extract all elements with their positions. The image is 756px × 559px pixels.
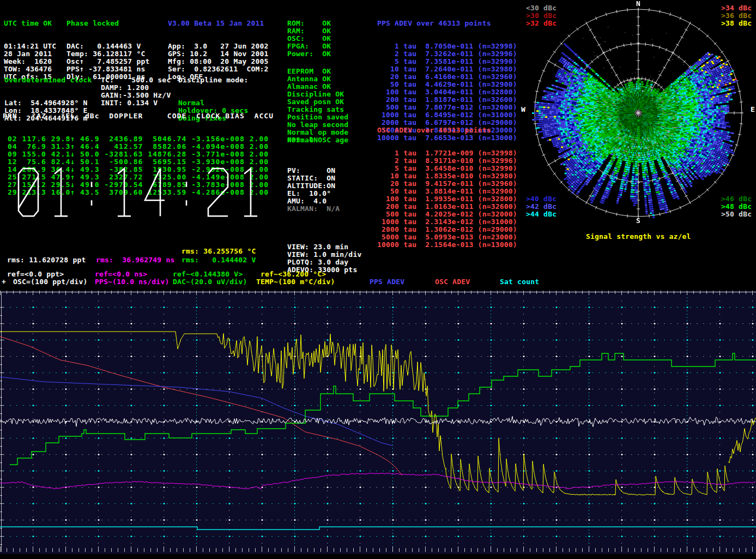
text-line: 10 tau 7.2640e-011 (n=32980) [377,65,517,73]
text-line: Saved posn OK [287,98,348,106]
osc-adev-table: OSC ADEV over 46313 points 1 tau 1.7721e… [377,111,517,256]
text-line: 50 tau 4.4629e-011 (n=32900) [377,81,517,88]
scale-pps: PPS~(10.0 ns/div) [95,278,169,286]
text-line: FPGA: OK [287,43,331,50]
text-line: 01:14:21 UTC [4,43,56,50]
text-line: 5 tau 7.3581e-011 (n=32990) [377,58,517,65]
text-line: Temp: 36.128117 °C [66,50,150,58]
filter-lines: PV: ONSTATIC: ONALTITUDE:ON [287,167,340,190]
text-line: 2 tau 8.9171e-010 (n=32996) [377,157,517,165]
compass-n-label: N [636,0,640,8]
receiver-mode-label: Overdetermined clock [4,76,92,84]
text-line: 2000 tau 1.3062e-012 (n=29000) [377,226,517,233]
text-line: Almanac OK [287,83,348,91]
text-line: 02 117.6 29.8↑ 46.9 2436.89 5046.74 -3.1… [3,135,274,143]
text-line: 1 tau 8.7050e-011 (n=32998) [377,43,517,50]
ref-pps: ref=<0.0 ns> [95,271,147,278]
text-line: OSC: OK [287,35,331,43]
text-line: 1 tau 1.7721e-009 (n=32998) [377,149,517,157]
text-line: 100 tau 1.9935e-011 (n=32800) [377,195,517,203]
view-lines: VIEW: 23.0 minVIEW: 1.0 min/divPLOTQ: 3.… [287,243,361,274]
text-line: 04 76.9 31.3↑ 46.4 412.57 8582.06 -4.094… [3,143,274,151]
text-line: 1000 tau 2.3143e-012 (n=31000) [377,218,517,226]
legend-sat-count: Sat count [500,278,539,286]
text-line: DAC: 0.144463 V [66,43,150,50]
time-status-label: UTC time OK [4,20,56,27]
text-line: STATIC: ON [287,175,340,182]
el-mask: EL: 10.0° [287,190,331,197]
text-line: 28 Jan 2011 [4,50,56,58]
text-line: Antenna OK [287,75,348,83]
ref-temp: ref~<36.200 °C> [261,271,326,278]
text-line: Normal op mode [287,129,348,136]
text-line: 09 155.0 42.1↓ 50.0 -3281.63 14876.28 -3… [3,151,274,158]
scale-dac: DAC~(20.0 uV/div) [173,278,247,286]
discipline-mode-label: Discipline mode: [178,76,248,84]
text-line: PLOTQ: 3.0 day [287,259,361,266]
rms-pps: rms: 36.962749 ns [96,256,174,264]
text-line: ALTITUDE:ON [287,182,340,190]
polar-caption: Signal strength vs az/el [586,233,691,241]
panel-filters: PV: ONSTATIC: ONALTITUDE:ON KALMAN: N/A [287,152,340,220]
text-line: ROM: OK [287,20,331,27]
text-line: 200 tau 1.0163e-011 (n=32600) [377,203,517,211]
pps-adev-title: PPS ADEV over 46313 points [377,20,517,27]
text-line: 20 tau 6.4160e-011 (n=32960) [377,73,517,81]
text-line: GPS: 10.2 14 Nov 2001 [168,50,269,58]
text-line: DAMP: 1.200 [101,84,171,92]
text-line: 20 tau 9.4157e-011 (n=32960) [377,180,517,188]
amu-mask: AMU: 4.0 [287,197,326,205]
text-line: 2 tau 7.3262e-011 (n=32996) [377,50,517,58]
text-line: 5 tau 3.6458e-010 (n=32990) [377,165,517,172]
trace-zero-marker: + [2,278,6,286]
polar-signal-map [529,3,748,223]
text-line: No leap second [287,121,348,129]
text-line: 10 tau 1.8335e-010 (n=32980) [377,172,517,180]
rms-osc: rms: 11.620728 ppt [7,256,86,264]
text-line: 5000 tau 5.0993e-013 (n=23000) [377,233,517,241]
pps-state: PPS: ON [287,136,318,144]
text-line: 50 tau 3.8814e-011 (n=32900) [377,188,517,195]
compass-e-label: E [751,106,755,113]
text-line: Position saved [287,113,348,121]
scale-osc: OSC=(100 ppt/div) [13,278,87,286]
scale-temp: TEMP~(100 m°C/div) [256,278,335,286]
legend-pps-adev: PPS ADEV [370,278,404,286]
text-line: 10000 tau 2.1564e-013 (n=13000) [377,241,517,249]
text-line: 100 tau 3.0404e-011 (n=32800) [377,88,517,96]
text-line: 12 75.6 82.4↓ 50.1 -500.86 5695.15 -3.93… [3,158,274,166]
big-digital-clock [17,167,279,218]
rms-dac: rms: 0.144402 V [182,256,256,264]
strip-chart-plot[interactable] [0,291,756,559]
text-line: VIEW: 23.0 min [287,243,361,251]
osc-adev-rows: 1 tau 1.7721e-009 (n=32998) 2 tau 8.9171… [377,149,517,249]
phase-status-label: Phase locked [66,20,150,27]
kalman-line: KALMAN: N/A [287,205,340,213]
ref-dac: ref~<0.144380 V> [173,271,243,278]
legend-osc-adev: OSC ADEV [435,278,470,286]
sat-table-header: PRN °AZ °EL dBc DOPPLER CODE CLOCK BIAS … [3,112,274,120]
rms-temp: rms: 36.255756 °C [182,248,256,255]
text-line: Discipline OK [287,91,348,98]
text-line: Tracking sats [287,106,348,113]
osc-adev-title: OSC ADEV over 46313 points [377,127,517,134]
version-title: V3.00 Beta 15 Jan 2011 [168,20,269,27]
text-line: 200 tau 1.8187e-011 (n=32600) [377,96,517,104]
text-line: TC: 500.0 sec [101,76,171,84]
compass-w-label: W [521,106,525,113]
text-line: 500 tau 4.2025e-012 (n=32000) [377,211,517,218]
text-line: PV: ON [287,167,340,175]
ref-osc: ref=<0.0 ppt> [7,271,64,278]
gps-status-lines: EEPROM OKAntenna OKAlmanac OKDiscipline … [287,68,348,144]
text-line: EEPROM OK [287,68,348,75]
text-line: App: 3.0 27 Jun 2002 [168,43,269,50]
text-line: 500 tau 7.8077e-012 (n=32000) [377,104,517,111]
text-line: VIEW: 1.0 min/div [287,251,361,259]
text-line: RAM: OK [287,27,331,35]
compass-s-label: S [636,217,640,225]
